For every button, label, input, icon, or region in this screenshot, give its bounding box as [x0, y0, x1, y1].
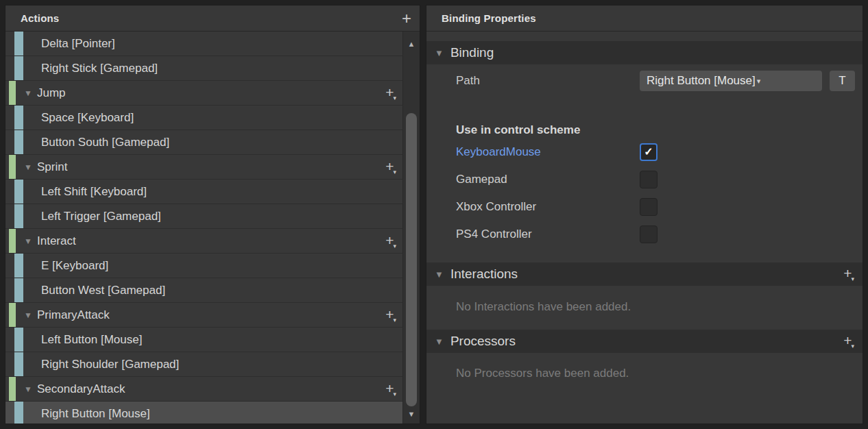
row-label: SecondaryAttack: [37, 382, 125, 396]
control-scheme-checkbox[interactable]: ✓: [640, 143, 658, 161]
row-label: Left Button [Mouse]: [41, 333, 142, 347]
foldout-triangle-icon[interactable]: ▼: [435, 48, 444, 58]
tree-row[interactable]: ▼ SecondaryAttack +▾: [5, 377, 402, 402]
check-icon: ✓: [644, 147, 653, 158]
binding-section-header[interactable]: ▼ Binding: [426, 41, 863, 64]
foldout-triangle-icon[interactable]: ▼: [24, 88, 32, 98]
row-color-stripe: [14, 180, 23, 204]
tree-row[interactable]: ▼ PrimaryAttack +▾: [5, 303, 402, 328]
control-scheme-label[interactable]: PS4 Controller: [456, 228, 532, 241]
tree-row[interactable]: ▼ Interact +▾: [5, 229, 402, 254]
row-label: Left Trigger [Gamepad]: [41, 210, 161, 223]
row-color-stripe: [14, 204, 23, 228]
row-label: Right Stick [Gamepad]: [41, 62, 158, 75]
row-color-stripe: [9, 81, 16, 105]
control-scheme-checkbox[interactable]: ✓: [640, 198, 658, 216]
row-color-stripe: [14, 32, 23, 56]
foldout-triangle-icon[interactable]: ▼: [435, 269, 444, 280]
control-scheme-label[interactable]: Gamepad: [456, 173, 507, 186]
tree-row[interactable]: ▼ Sprint +▾: [5, 155, 402, 180]
interactions-section-label: Interactions: [450, 267, 518, 282]
tree-scrollbar[interactable]: ▲ ▼: [402, 32, 420, 424]
row-color-stripe: [14, 278, 23, 302]
processors-section-label: Processors: [450, 334, 516, 349]
row-label: Interact: [37, 234, 76, 248]
scrollbar-thumb[interactable]: [406, 113, 417, 406]
row-color-stripe: [9, 377, 16, 401]
action-tree: ▼ Delta [Pointer] +▾ ▼ Right Stick [Game…: [5, 32, 402, 424]
control-scheme-row: PS4 Controller ✓: [426, 225, 863, 244]
processors-section-header[interactable]: ▼ Processors +▾: [426, 330, 863, 353]
foldout-triangle-icon[interactable]: ▼: [435, 336, 444, 347]
processors-empty-text: No Processors have been added.: [456, 367, 629, 380]
row-color-stripe: [14, 402, 23, 424]
binding-properties-panel: Binding Properties ▼ Binding Path Right …: [426, 5, 863, 424]
path-label: Path: [456, 74, 480, 88]
control-scheme-heading: Use in control scheme: [456, 123, 580, 137]
actions-panel-title: Actions: [5, 12, 59, 24]
row-color-stripe: [9, 303, 16, 327]
actions-panel-header: Actions +: [5, 5, 420, 32]
control-scheme-row: Gamepad ✓: [426, 170, 863, 189]
control-scheme-checkbox[interactable]: ✓: [640, 171, 658, 188]
row-label: Button West [Gamepad]: [41, 284, 165, 297]
row-label: Right Shoulder [Gamepad]: [41, 358, 179, 371]
row-color-stripe: [9, 229, 16, 253]
row-label: Delta [Pointer]: [41, 37, 115, 51]
scroll-down-icon[interactable]: ▼: [403, 410, 420, 418]
add-binding-icon[interactable]: +▾: [385, 381, 396, 397]
tree-row[interactable]: ▼ Delta [Pointer] +▾: [5, 32, 402, 56]
row-color-stripe: [14, 130, 23, 154]
add-processor-button[interactable]: +▾: [843, 333, 854, 350]
path-dropdown[interactable]: Right Button [Mouse] ▾: [640, 71, 822, 91]
foldout-triangle-icon[interactable]: ▼: [24, 384, 32, 394]
row-label: Left Shift [Keyboard]: [41, 185, 147, 199]
scroll-up-icon[interactable]: ▲: [403, 40, 420, 48]
tree-row[interactable]: ▼ Right Button [Mouse] +▾: [5, 402, 402, 424]
control-scheme-label[interactable]: Xbox Controller: [456, 200, 536, 214]
row-color-stripe: [9, 155, 16, 179]
row-color-stripe: [14, 352, 23, 376]
row-label: Jump: [37, 86, 66, 100]
tree-row[interactable]: ▼ Button South [Gamepad] +▾: [5, 130, 402, 155]
add-interaction-button[interactable]: +▾: [843, 266, 854, 282]
tree-row[interactable]: ▼ Space [Keyboard] +▾: [5, 106, 402, 130]
control-scheme-row: Xbox Controller ✓: [426, 197, 863, 217]
control-scheme-checkbox[interactable]: ✓: [640, 225, 658, 243]
row-label: Right Button [Mouse]: [41, 407, 150, 421]
binding-properties-header: Binding Properties: [426, 5, 863, 32]
row-label: E [Keyboard]: [41, 259, 108, 273]
tree-row[interactable]: ▼ Button West [Gamepad] +▾: [5, 278, 402, 303]
add-action-button[interactable]: +: [402, 10, 411, 27]
row-label: PrimaryAttack: [37, 308, 110, 322]
add-binding-icon[interactable]: +▾: [385, 85, 396, 101]
tree-row[interactable]: ▼ Left Button [Mouse] +▾: [5, 328, 402, 352]
tree-row[interactable]: ▼ Jump +▾: [5, 81, 402, 106]
tree-row[interactable]: ▼ Right Stick [Gamepad] +▾: [5, 56, 402, 81]
add-binding-icon[interactable]: +▾: [385, 159, 396, 175]
add-binding-icon[interactable]: +▾: [385, 307, 396, 323]
control-scheme-row: KeyboardMouse ✓: [426, 143, 863, 162]
row-label: Sprint: [37, 160, 67, 174]
row-label: Button South [Gamepad]: [41, 136, 169, 149]
row-label: Space [Keyboard]: [41, 111, 134, 125]
control-scheme-label[interactable]: KeyboardMouse: [456, 145, 541, 159]
text-path-toggle-button[interactable]: T: [830, 71, 855, 91]
row-color-stripe: [14, 56, 23, 80]
row-color-stripe: [14, 254, 23, 278]
interactions-empty-text: No Interactions have been added.: [456, 300, 631, 314]
actions-panel: Actions + ▼ Delta [Pointer] +▾ ▼ Right S…: [5, 5, 420, 424]
tree-row[interactable]: ▼ Right Shoulder [Gamepad] +▾: [5, 352, 402, 377]
tree-row[interactable]: ▼ Left Trigger [Gamepad] +▾: [5, 204, 402, 229]
tree-row[interactable]: ▼ E [Keyboard] +▾: [5, 254, 402, 278]
foldout-triangle-icon[interactable]: ▼: [24, 236, 32, 246]
foldout-triangle-icon[interactable]: ▼: [24, 162, 32, 172]
foldout-triangle-icon[interactable]: ▼: [24, 310, 32, 320]
caret-down-icon: ▾: [757, 77, 761, 86]
row-color-stripe: [14, 106, 23, 130]
tree-row[interactable]: ▼ Left Shift [Keyboard] +▾: [5, 180, 402, 204]
interactions-section-header[interactable]: ▼ Interactions +▾: [426, 262, 863, 286]
row-color-stripe: [14, 328, 23, 352]
control-scheme-list: KeyboardMouse ✓ Gamepad ✓ Xbox Controlle…: [426, 143, 863, 252]
add-binding-icon[interactable]: +▾: [385, 233, 396, 249]
